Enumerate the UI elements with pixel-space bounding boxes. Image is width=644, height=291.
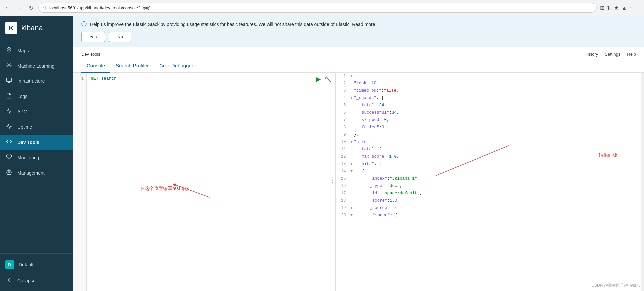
result-line-1: 1 ▼ {	[336, 73, 644, 80]
sidebar-item-management[interactable]: Management	[0, 165, 73, 181]
fold-20[interactable]: ▼	[349, 212, 354, 219]
fold-13[interactable]: ▼	[349, 160, 354, 168]
sidebar-label-collapse: Collapse	[17, 278, 35, 283]
sidebar-item-uptime[interactable]: Uptime	[0, 119, 73, 135]
left-panel: 1 GET _search ▶ 🔨 在这个位置编写rest请求	[73, 73, 336, 291]
sidebar-bottom: D Default Collapse	[0, 253, 73, 291]
profile-icon[interactable]: ○	[629, 5, 633, 11]
result-line-14: 14 ▼ {	[336, 168, 644, 175]
extensions-icon[interactable]: ▲	[621, 5, 627, 11]
yes-button[interactable]: Yes	[81, 32, 105, 42]
result-line-18: 18 "_score" : 1.0,	[336, 197, 644, 204]
result-line-15: 15 "_index" : ".kibana_1",	[336, 175, 644, 182]
sidebar-item-apm[interactable]: APM	[0, 104, 73, 119]
reload-button[interactable]: ↻	[27, 3, 35, 13]
fold-19[interactable]: ▼	[349, 204, 354, 212]
management-icon	[5, 169, 13, 177]
run-button[interactable]: ▶	[316, 75, 321, 83]
sidebar-item-infra[interactable]: Infrastructure	[0, 73, 73, 89]
result-line-4: 4 ▼ "_shards" : {	[336, 94, 644, 102]
sidebar-label-ml: Machine Learning	[17, 63, 54, 69]
sidebar-label-logs: Logs	[17, 94, 27, 99]
user-badge: D	[5, 260, 14, 269]
back-button[interactable]: ←	[3, 3, 12, 13]
browser-actions: ⊞ ⇅ ★ ▲ ○ ⋮	[600, 5, 641, 11]
help-button[interactable]: Help	[627, 52, 636, 57]
sidebar-item-monitoring[interactable]: Monitoring	[0, 150, 73, 165]
fold-4[interactable]: ▼	[349, 94, 354, 102]
wrench-button[interactable]: 🔨	[324, 75, 331, 83]
banner-text-content: Help us improve the Elastic Stack by pro…	[90, 22, 375, 27]
sidebar-item-devtools[interactable]: Dev Tools	[0, 135, 73, 150]
editor-line-1: GET _search	[91, 75, 331, 82]
fold-10[interactable]: ▼	[349, 138, 354, 146]
svg-point-0	[8, 49, 10, 50]
collapse-icon	[5, 277, 13, 284]
apm-icon	[5, 108, 13, 115]
result-line-12: 12 "max_score" : 1.0,	[336, 153, 644, 160]
logo-mark: K	[5, 22, 17, 34]
devtools-title: Dev Tools	[81, 52, 100, 57]
svg-rect-2	[7, 78, 12, 82]
logo-k: K	[9, 24, 14, 32]
sidebar-label-maps: Maps	[17, 48, 29, 53]
maps-icon	[5, 47, 13, 54]
tab-console[interactable]: Console	[81, 59, 110, 73]
sidebar-logo: K kibana	[0, 16, 73, 40]
no-button[interactable]: No	[109, 32, 131, 42]
sidebar-item-default[interactable]: D Default	[0, 256, 73, 273]
devtools-actions: History Settings Help	[585, 52, 636, 57]
editor-area: 1 GET _search ▶ 🔨 在这个位置编写rest请求	[73, 73, 644, 291]
forward-button[interactable]: →	[15, 3, 24, 13]
sidebar-item-collapse[interactable]: Collapse	[0, 273, 73, 288]
sidebar-label-management: Management	[17, 170, 45, 176]
address-bar[interactable]: ⓘ localhost:5601/app/kibana#/dev_tools/c…	[38, 3, 597, 13]
logs-icon	[5, 93, 13, 100]
infrastructure-icon	[5, 77, 13, 85]
share-icon[interactable]: ⇅	[607, 5, 611, 11]
result-line-6: 6 "successful" : 34,	[336, 109, 644, 116]
fold-14[interactable]: ▼	[349, 168, 354, 175]
result-line-20: 20 ▼ "space" : {	[336, 212, 644, 219]
star-icon[interactable]: ★	[614, 5, 619, 11]
result-line-8: 8 "failed" : 0	[336, 124, 644, 131]
url-text: localhost:5601/app/kibana#/dev_tools/con…	[49, 5, 151, 10]
result-line-13: 13 ▼ "hits" : [	[336, 160, 644, 168]
sidebar-label-apm: APM	[17, 109, 27, 114]
browser-chrome: ← → ↻ ⓘ localhost:5601/app/kibana#/dev_t…	[0, 0, 644, 16]
sidebar-label-infra: Infrastructure	[17, 78, 45, 84]
menu-icon[interactable]: ⋮	[635, 5, 641, 11]
editor-toolbar: ▶ 🔨	[316, 75, 331, 83]
sidebar-item-ml[interactable]: Machine Learning	[0, 58, 73, 73]
svg-point-1	[8, 65, 10, 66]
path-search: _search	[98, 75, 117, 82]
right-panel: 1 ▼ { 2 "took" : 10, 3 "timed_out" : fal…	[336, 73, 644, 291]
tab-grok-debugger[interactable]: Grok Debugger	[154, 59, 199, 73]
history-button[interactable]: History	[585, 52, 598, 57]
code-editor[interactable]: 1 GET _search	[73, 73, 335, 291]
editor-content[interactable]: GET _search	[87, 73, 335, 291]
sidebar-label-devtools: Dev Tools	[17, 140, 39, 145]
sidebar-label-monitoring: Monitoring	[17, 155, 39, 160]
settings-button[interactable]: Settings	[605, 52, 620, 57]
result-line-10: 10 ▼ "hits" : {	[336, 138, 644, 146]
devtools-header: Dev Tools History Settings Help	[73, 47, 644, 57]
fold-1[interactable]: ▼	[349, 73, 354, 80]
translate-icon[interactable]: ⊞	[600, 5, 604, 11]
sidebar-item-maps[interactable]: Maps	[0, 43, 73, 58]
scrollbar-track[interactable]	[641, 73, 644, 291]
result-line-7: 7 "skipped" : 0,	[336, 116, 644, 124]
lock-icon: ⓘ	[43, 5, 47, 11]
sidebar-label-uptime: Uptime	[17, 124, 32, 130]
result-line-17: 17 "_id" : "space:default",	[336, 190, 644, 197]
sidebar: K kibana Maps Machine Learning	[0, 16, 73, 291]
banner-message: ⓘ Help us improve the Elastic Stack by p…	[81, 21, 636, 28]
sidebar-item-logs[interactable]: Logs	[0, 89, 73, 104]
monitoring-icon	[5, 154, 13, 161]
result-content[interactable]: 1 ▼ { 2 "took" : 10, 3 "timed_out" : fal…	[336, 73, 644, 291]
uptime-icon	[5, 123, 13, 131]
sidebar-nav: Maps Machine Learning Infrastructure Log…	[0, 40, 73, 253]
tab-search-profiler[interactable]: Search Profiler	[110, 59, 154, 73]
result-line-9: 9 },	[336, 131, 644, 138]
tabs-bar: Console Search Profiler Grok Debugger	[73, 57, 644, 73]
